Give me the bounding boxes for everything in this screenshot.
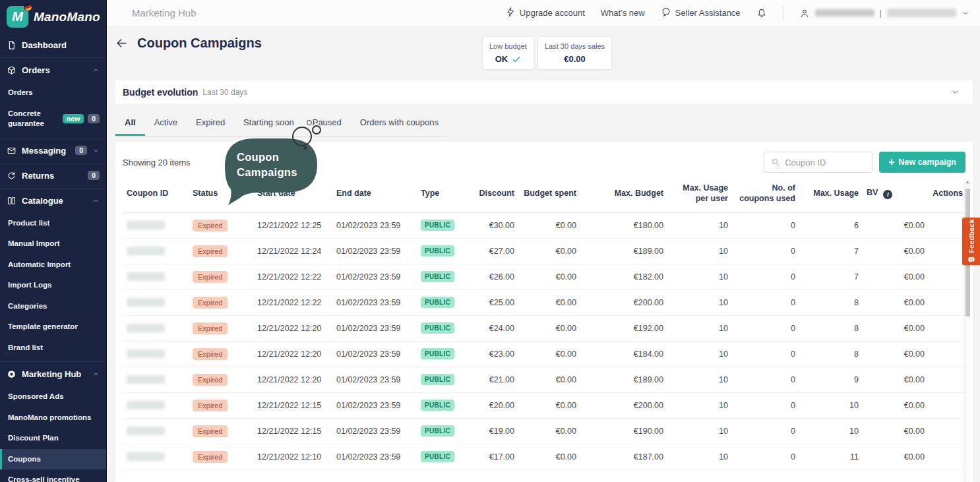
tab-expired[interactable]: Expired <box>187 110 234 136</box>
column-header-discount: Discount <box>458 178 518 212</box>
feedback-smiley-icon <box>967 256 975 264</box>
page-content: Coupon Campaigns Low budget OK Last 30 d… <box>107 26 980 482</box>
tab-all[interactable]: All <box>115 110 145 136</box>
type-cell: PUBLIC <box>417 367 458 392</box>
column-header-max-usage-per-user: Max. Usage per user <box>667 178 732 212</box>
type-badge: PUBLIC <box>421 400 454 411</box>
sidebar-item-marketing-hub[interactable]: Marketing Hub <box>0 362 106 386</box>
sidebar-subitem-manual-import[interactable]: Manual Import <box>0 233 106 255</box>
sidebar-subitem-orders[interactable]: Orders <box>0 82 106 104</box>
start-cell: 12/21/2022 12:24 <box>253 238 332 264</box>
budget-spent-cell: €0.00 <box>518 367 580 392</box>
coupons-used-cell: 0 <box>732 289 799 315</box>
lightning-icon <box>505 7 516 19</box>
actions-cell <box>929 341 967 367</box>
max-usage-per-user-cell: 10 <box>667 392 732 418</box>
coupons-used-cell: 0 <box>732 392 799 418</box>
column-header-actions: Actions <box>929 178 967 212</box>
sidebar-subitem-discount-plan[interactable]: Discount Plan <box>0 428 106 449</box>
coupon-id-redacted <box>127 247 165 255</box>
start-cell: 12/21/2022 12:15 <box>253 392 332 418</box>
column-header-coupon-id: Coupon ID <box>123 178 189 212</box>
tab-orders-with-coupons[interactable]: Orders with coupons <box>351 110 448 136</box>
status-cell: Expired <box>189 367 253 392</box>
german-flag-icon <box>22 1 33 12</box>
coupon-search-input[interactable] <box>785 158 865 167</box>
column-header-max-budget: Max. Budget <box>580 178 667 212</box>
coupon-id-redacted <box>127 452 165 461</box>
sidebar-item-messaging[interactable]: Messaging0 <box>0 138 106 163</box>
chevron-up-icon <box>92 371 100 378</box>
sidebar-item-catalogue[interactable]: Catalogue <box>0 189 106 213</box>
sidebar-item-dashboard[interactable]: Dashboard <box>0 33 106 57</box>
max-usage-cell: 8 <box>799 341 863 367</box>
seller-assistance-button[interactable]: Seller Assistance <box>661 7 741 19</box>
sidebar-subitem-coupons[interactable]: Coupons <box>0 449 106 470</box>
sidebar-item-returns[interactable]: Returns0 <box>0 164 106 188</box>
sidebar-subitem-concrete-guarantee[interactable]: Concrete guaranteenew0 <box>0 104 106 135</box>
sidebar-subitem-brand-list[interactable]: Brand list <box>0 338 106 359</box>
chevron-down-icon <box>962 8 969 18</box>
sidebar-subitem-product-list[interactable]: Product list <box>0 213 106 234</box>
max-budget-cell: €200.00 <box>580 392 667 418</box>
notifications-bell-icon[interactable] <box>756 8 767 18</box>
sidebar-subitem-template-generator[interactable]: Template generator <box>0 316 106 338</box>
start-cell: 12/21/2022 12:15 <box>253 418 332 444</box>
discount-cell: €20.00 <box>458 392 518 418</box>
whats-new-button[interactable]: What's new <box>601 8 645 18</box>
actions-cell <box>929 289 967 315</box>
sidebar-subitem-import-logs[interactable]: Import Logs <box>0 275 106 296</box>
back-button[interactable] <box>115 37 128 49</box>
sidebar-subitem-categories[interactable]: Categories <box>0 296 106 317</box>
feedback-button[interactable]: Feedback <box>962 218 980 265</box>
bv-cell: €0.00 <box>863 444 929 469</box>
sidebar-subitem-automatic-import[interactable]: Automatic Import <box>0 255 106 276</box>
new-campaign-button[interactable]: + New campaign <box>879 152 965 173</box>
topbar-title: Marketing Hub <box>132 7 197 18</box>
coupon-id-redacted <box>127 221 165 229</box>
status-badge: Expired <box>193 297 228 309</box>
sidebar-subitem-sponsored-ads[interactable]: Sponsored Ads <box>0 386 106 407</box>
bv-cell: €0.00 <box>863 392 929 418</box>
topbar: Marketing Hub Upgrade account What's new… <box>107 0 980 26</box>
bv-cell: €0.00 <box>863 418 929 444</box>
scroll-up-arrow[interactable]: ▲ <box>965 178 970 185</box>
chevron-down-icon[interactable] <box>951 88 960 96</box>
sidebar-subitem-cross-sell-incentive[interactable]: Cross-sell incentive <box>0 469 106 482</box>
start-cell: 12/21/2022 12:20 <box>253 315 332 341</box>
user-menu[interactable]: | <box>799 8 969 18</box>
tab-active[interactable]: Active <box>145 110 187 136</box>
coupon-id-cell <box>123 212 189 238</box>
max-budget-cell: €189.00 <box>580 367 667 392</box>
sidebar-item-orders[interactable]: Orders <box>0 58 106 82</box>
main-area: Marketing Hub Upgrade account What's new… <box>107 0 980 482</box>
app-logo[interactable]: M ManoMano <box>0 0 106 33</box>
start-cell: 12/21/2022 12:20 <box>253 367 332 392</box>
actions-cell <box>929 315 967 341</box>
coupons-used-cell: 0 <box>732 212 799 238</box>
column-header-no-of-coupons-used: No. of coupons used <box>732 178 799 212</box>
actions-cell <box>929 264 967 289</box>
status-cell: Expired <box>189 264 253 289</box>
discount-cell: €26.00 <box>458 264 518 289</box>
page-title: Coupon Campaigns <box>137 36 262 51</box>
info-icon[interactable]: i <box>883 190 892 199</box>
type-cell: PUBLIC <box>417 238 458 264</box>
coupons-used-cell: 0 <box>732 238 799 264</box>
column-header-budget-spent: Budget spent <box>518 178 580 212</box>
status-cell: Expired <box>189 212 253 238</box>
upgrade-account-button[interactable]: Upgrade account <box>505 7 585 19</box>
max-budget-cell: €190.00 <box>580 418 667 444</box>
type-badge: PUBLIC <box>421 322 454 334</box>
coupons-used-cell: 0 <box>732 341 799 367</box>
budget-evolution-accordion[interactable]: Budget evolution Last 30 days <box>115 80 973 104</box>
actions-cell <box>929 238 967 264</box>
table-row: Expired12/21/2022 12:2001/02/2023 23:59P… <box>123 341 967 367</box>
end-cell: 01/02/2023 23:59 <box>332 341 417 367</box>
type-cell: PUBLIC <box>417 341 458 367</box>
sidebar-subitem-manomano-promotions[interactable]: ManoMano promotions <box>0 407 106 429</box>
type-badge: PUBLIC <box>421 220 454 231</box>
start-cell: 12/21/2022 12:22 <box>253 264 332 289</box>
bv-cell: €0.00 <box>863 238 929 264</box>
budget-spent-cell: €0.00 <box>518 418 580 444</box>
